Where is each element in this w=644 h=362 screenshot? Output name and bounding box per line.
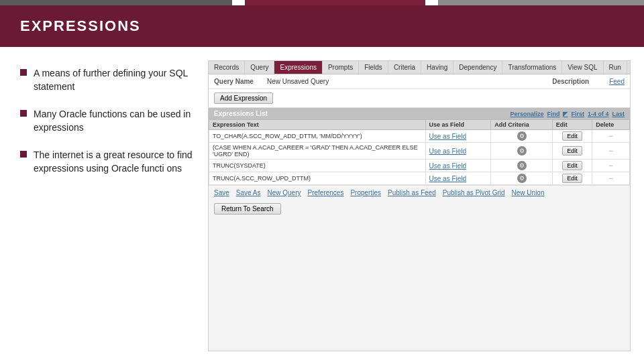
return-to-search-button[interactable]: Return To Search — [214, 203, 281, 215]
tab-expressions[interactable]: Expressions — [274, 61, 322, 74]
add-expression-row: Add Expression — [209, 89, 630, 108]
bullet-text-3: The internet is a great resource to find… — [34, 149, 195, 175]
add-expression-button[interactable]: Add Expression — [214, 93, 273, 104]
delete-cell-1[interactable]: − — [592, 143, 630, 160]
use-as-field-2[interactable]: Use as Field — [425, 160, 491, 172]
bullet-item-2: Many Oracle functions can be used in exp… — [20, 108, 195, 134]
tab-criteria[interactable]: Criteria — [388, 61, 421, 74]
title-band: EXPRESSIONS — [0, 5, 644, 47]
add-criteria-2[interactable]: ⚙ — [491, 160, 553, 172]
main-content: A means of further defining your SQL sta… — [0, 47, 644, 358]
description-label: Description — [552, 78, 589, 85]
query-name-row: Query Name New Unsaved Query Description… — [209, 74, 630, 89]
query-panel: Records Query Expressions Prompts Fields… — [208, 60, 631, 351]
new-query-link[interactable]: New Query — [268, 189, 301, 196]
edit-cell-0[interactable]: Edit — [552, 130, 592, 143]
new-union-link[interactable]: New Union — [512, 189, 545, 196]
use-as-field-1[interactable]: Use as Field — [425, 143, 491, 160]
tab-dependency[interactable]: Dependency — [453, 61, 502, 74]
add-criteria-0[interactable]: ⚙ — [491, 130, 553, 143]
col-add-criteria: Add Criteria — [491, 120, 553, 130]
expressions-list-label: Expressions List — [214, 110, 268, 117]
col-expression-text: Expression Text — [209, 120, 426, 130]
tab-run[interactable]: Run — [604, 61, 627, 74]
bullet-list: A means of further defining your SQL sta… — [20, 60, 195, 351]
tab-bar: Records Query Expressions Prompts Fields… — [209, 61, 630, 74]
feed-link[interactable]: Feed — [609, 78, 625, 85]
bullet-text-2: Many Oracle functions can be used in exp… — [34, 108, 195, 134]
preferences-link[interactable]: Preferences — [308, 189, 344, 196]
add-criteria-3[interactable]: ⚙ — [491, 172, 553, 185]
bullet-square-3 — [20, 151, 27, 158]
delete-cell-2[interactable]: − — [592, 160, 630, 172]
first-link[interactable]: First — [571, 111, 584, 117]
edit-cell-3[interactable]: Edit — [552, 172, 592, 185]
add-criteria-1[interactable]: ⚙ — [491, 143, 553, 160]
expr-text-3: TRUNC(A.SCC_ROW_UPD_DTTM) — [209, 172, 426, 185]
expr-text-0: TO_CHAR(A.SCC_ROW_ADD_DTTM, 'MM/DD/YYYY'… — [209, 130, 426, 143]
top-bar-seg4 — [425, 0, 438, 5]
last-link[interactable]: Last — [612, 111, 625, 117]
edit-cell-2[interactable]: Edit — [552, 160, 592, 172]
expr-text-2: TRUNC(SYSDATE) — [209, 160, 426, 172]
expr-text-1: (CASE WHEN A.ACAD_CAREER = 'GRAD' THEN A… — [209, 143, 426, 160]
table-row: (CASE WHEN A.ACAD_CAREER = 'GRAD' THEN A… — [209, 143, 630, 160]
bullet-text-1: A means of further defining your SQL sta… — [34, 67, 195, 93]
use-as-field-3[interactable]: Use as Field — [425, 172, 491, 185]
return-row: Return To Search — [209, 200, 630, 218]
tab-records[interactable]: Records — [209, 61, 245, 74]
tab-having[interactable]: Having — [421, 61, 453, 74]
delete-cell-0[interactable]: − — [592, 130, 630, 143]
tab-view-sql[interactable]: View SQL — [562, 61, 603, 74]
table-row: TRUNC(SYSDATE) Use as Field ⚙ Edit − — [209, 160, 630, 172]
bullet-item-1: A means of further defining your SQL sta… — [20, 67, 195, 93]
edit-cell-1[interactable]: Edit — [552, 143, 592, 160]
tab-transformations[interactable]: Transformations — [502, 61, 562, 74]
expressions-list-header: Expressions List Personalize Find ◤ Firs… — [209, 108, 630, 119]
bullet-square-2 — [20, 110, 27, 117]
use-as-field-0[interactable]: Use as Field — [425, 130, 491, 143]
find-link[interactable]: Find — [547, 111, 559, 117]
top-bar-seg3 — [245, 0, 425, 5]
top-bar-seg2 — [232, 0, 245, 5]
expressions-table: Expression Text Use as Field Add Criteri… — [209, 119, 630, 185]
table-row: TO_CHAR(A.SCC_ROW_ADD_DTTM, 'MM/DD/YYYY'… — [209, 130, 630, 143]
tab-fields[interactable]: Fields — [359, 61, 388, 74]
publish-as-pivot-grid-link[interactable]: Publish as Pivot Grid — [443, 189, 505, 196]
footer-links: Save Save As New Query Preferences Prope… — [209, 185, 630, 200]
page-count: 1-4 of 4 — [588, 111, 609, 117]
top-bar-seg1 — [0, 0, 232, 5]
col-edit: Edit — [552, 120, 592, 130]
tab-query[interactable]: Query — [245, 61, 274, 74]
col-delete: Delete — [592, 120, 630, 130]
table-row: TRUNC(A.SCC_ROW_UPD_DTTM) Use as Field ⚙… — [209, 172, 630, 185]
personalize-link[interactable]: Personalize — [510, 111, 543, 117]
top-bar — [0, 0, 644, 5]
table-controls: Personalize Find ◤ First 1-4 of 4 Last — [510, 111, 625, 117]
top-bar-seg5 — [438, 0, 644, 5]
bullet-square-1 — [20, 69, 27, 76]
publish-as-feed-link[interactable]: Publish as Feed — [388, 189, 436, 196]
query-name-value: New Unsaved Query — [267, 78, 329, 85]
save-as-link[interactable]: Save As — [236, 189, 261, 196]
bullet-item-3: The internet is a great resource to find… — [20, 149, 195, 175]
tab-prompts[interactable]: Prompts — [323, 61, 359, 74]
delete-cell-3[interactable]: − — [592, 172, 630, 185]
view-icon[interactable]: ◤ — [563, 111, 568, 117]
col-use-as-field: Use as Field — [425, 120, 491, 130]
query-name-label: Query Name — [214, 78, 254, 85]
save-link[interactable]: Save — [214, 189, 229, 196]
properties-link[interactable]: Properties — [350, 189, 381, 196]
page-title: EXPRESSIONS — [20, 17, 624, 35]
